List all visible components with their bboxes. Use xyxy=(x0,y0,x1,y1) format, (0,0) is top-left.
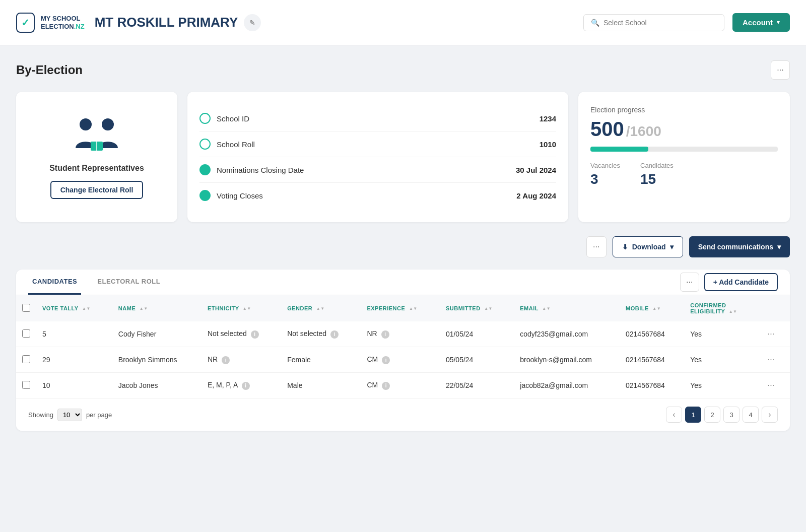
showing-text: Showing 10 25 50 per page xyxy=(28,409,112,421)
table-section: CANDIDATES ELECTORAL ROLL ··· + Add Cand… xyxy=(16,270,790,431)
election-info-card: School ID 1234 School Roll 1010 Nominati… xyxy=(187,92,568,222)
edit-icon: ✎ xyxy=(249,19,255,27)
page-1-button[interactable]: 1 xyxy=(685,407,701,423)
page-dots-button[interactable]: ··· xyxy=(771,60,790,80)
cell-gender: Female xyxy=(281,347,361,373)
dots-icon: ··· xyxy=(686,278,693,287)
next-page-button[interactable]: › xyxy=(762,407,778,423)
cell-row-actions: ··· xyxy=(759,373,790,398)
row-dots-button[interactable]: ··· xyxy=(765,380,777,391)
school-roll-label: School Roll xyxy=(217,140,255,149)
action-dots-button[interactable]: ··· xyxy=(586,236,607,257)
logo-text: MY SCHOOL ELECTION.nz xyxy=(41,15,85,30)
row-checkbox[interactable] xyxy=(22,381,30,389)
school-search-box[interactable]: 🔍 xyxy=(583,14,724,31)
experience-info-icon[interactable]: i xyxy=(382,356,390,364)
cell-experience: CM i xyxy=(361,347,439,373)
select-all-checkbox[interactable] xyxy=(22,304,30,312)
cell-mobile: 0214567684 xyxy=(620,347,684,373)
header-checkbox-cell xyxy=(16,295,36,321)
row-checkbox[interactable] xyxy=(22,355,30,363)
page-3-button[interactable]: 3 xyxy=(723,407,740,423)
logo-area: ✓ MY SCHOOL ELECTION.nz xyxy=(16,13,85,33)
prev-page-button[interactable]: ‹ xyxy=(666,407,682,423)
ethnicity-info-icon[interactable]: i xyxy=(222,356,230,364)
download-label: Download xyxy=(632,243,666,251)
col-mobile[interactable]: MOBILE ▲▼ xyxy=(620,295,684,321)
main-content: By-Election ··· Student Re xyxy=(0,45,806,446)
school-name: MT ROSKILL PRIMARY xyxy=(95,15,238,30)
row-dots-button[interactable]: ··· xyxy=(765,328,777,340)
sort-icon: ▲▼ xyxy=(652,307,661,311)
send-communications-button[interactable]: Send communications ▾ xyxy=(689,236,790,257)
experience-info-icon[interactable]: i xyxy=(382,382,390,390)
school-id-value: 1234 xyxy=(540,114,556,123)
tab-electoral-roll[interactable]: ELECTORAL ROLL xyxy=(93,270,164,295)
cell-experience: CM i xyxy=(361,373,439,398)
col-vote-tally[interactable]: VOTE TALLY ▲▼ xyxy=(36,295,112,321)
table-row: 10 Jacob Jones E, M, P, A i Male CM i 22… xyxy=(16,373,790,398)
cell-submitted: 05/05/24 xyxy=(440,347,514,373)
page-2-button[interactable]: 2 xyxy=(704,407,720,423)
col-gender[interactable]: GENDER ▲▼ xyxy=(281,295,361,321)
candidates-value: 15 xyxy=(640,171,674,187)
progress-numbers: 500 /1600 xyxy=(590,118,778,141)
cell-row-actions: ··· xyxy=(759,347,790,373)
voting-closes-status-icon xyxy=(199,190,211,201)
ethnicity-info-icon[interactable]: i xyxy=(251,330,259,339)
cell-ethnicity: E, M, P, A i xyxy=(202,373,281,398)
cell-ethnicity: NR i xyxy=(202,347,281,373)
per-page-label: per page xyxy=(86,411,112,419)
sort-icon: ▲▼ xyxy=(542,307,551,311)
logo-box: ✓ xyxy=(16,13,35,33)
add-candidate-button[interactable]: + Add Candidate xyxy=(704,273,778,291)
col-email[interactable]: EMAIL ▲▼ xyxy=(514,295,620,321)
vacancies-label: Vacancies xyxy=(590,162,620,169)
col-ethnicity[interactable]: ETHNICITY ▲▼ xyxy=(202,295,281,321)
page-4-button[interactable]: 4 xyxy=(743,407,759,423)
header-right: 🔍 Account ▾ xyxy=(583,13,790,32)
experience-info-icon[interactable]: i xyxy=(381,330,389,339)
sort-icon: ▲▼ xyxy=(316,307,325,311)
progress-total-value: /1600 xyxy=(626,123,661,140)
school-id-label: School ID xyxy=(217,114,249,123)
school-search-input[interactable] xyxy=(603,19,717,27)
row-checkbox-cell xyxy=(16,373,36,398)
sort-icon: ▲▼ xyxy=(140,307,148,311)
account-chevron-icon: ▾ xyxy=(777,19,780,26)
progress-bar-wrap xyxy=(590,147,778,152)
pagination-right: ‹ 1 2 3 4 › xyxy=(666,407,778,423)
dots-icon: ··· xyxy=(777,65,783,75)
school-id-status-icon xyxy=(199,113,211,124)
pagination-bar: Showing 10 25 50 per page ‹ 1 2 3 4 › xyxy=(16,398,790,431)
col-confirmed-eligibility[interactable]: CONFIRMEDELIGIBILITY ▲▼ xyxy=(684,295,759,321)
col-experience[interactable]: EXPERIENCE ▲▼ xyxy=(361,295,439,321)
candidates-stat: Candidates 15 xyxy=(640,162,674,187)
school-roll-row: School Roll 1010 xyxy=(199,131,556,157)
table-dots-button[interactable]: ··· xyxy=(680,273,699,292)
row-dots-button[interactable]: ··· xyxy=(765,354,777,365)
col-submitted[interactable]: SUBMITTED ▲▼ xyxy=(440,295,514,321)
per-page-select[interactable]: 10 25 50 xyxy=(57,409,82,421)
sort-icon: ▲▼ xyxy=(243,307,251,311)
ethnicity-info-icon[interactable]: i xyxy=(242,382,250,390)
account-button[interactable]: Account ▾ xyxy=(732,13,790,32)
row-checkbox[interactable] xyxy=(22,329,30,338)
send-comm-chevron-icon: ▾ xyxy=(777,243,781,251)
row-checkbox-cell xyxy=(16,347,36,373)
cell-confirmed-eligibility: Yes xyxy=(684,373,759,398)
download-button[interactable]: ⬇ Download ▾ xyxy=(613,236,683,257)
edit-school-button[interactable]: ✎ xyxy=(244,14,261,31)
vacancies-stat: Vacancies 3 xyxy=(590,162,620,187)
election-progress-label: Election progress xyxy=(590,106,778,114)
tab-candidates[interactable]: CANDIDATES xyxy=(28,270,81,295)
gender-info-icon[interactable]: i xyxy=(330,330,339,339)
download-chevron-icon: ▾ xyxy=(670,243,674,251)
cell-gender: Male xyxy=(281,373,361,398)
col-name[interactable]: NAME ▲▼ xyxy=(112,295,202,321)
page-title: By-Election xyxy=(16,63,83,77)
col-actions xyxy=(759,295,790,321)
table-header-row: VOTE TALLY ▲▼ NAME ▲▼ ETHNICITY ▲▼ GENDE… xyxy=(16,295,790,321)
change-electoral-roll-button[interactable]: Change Electoral Roll xyxy=(50,181,144,199)
cell-vote-tally: 10 xyxy=(36,373,112,398)
